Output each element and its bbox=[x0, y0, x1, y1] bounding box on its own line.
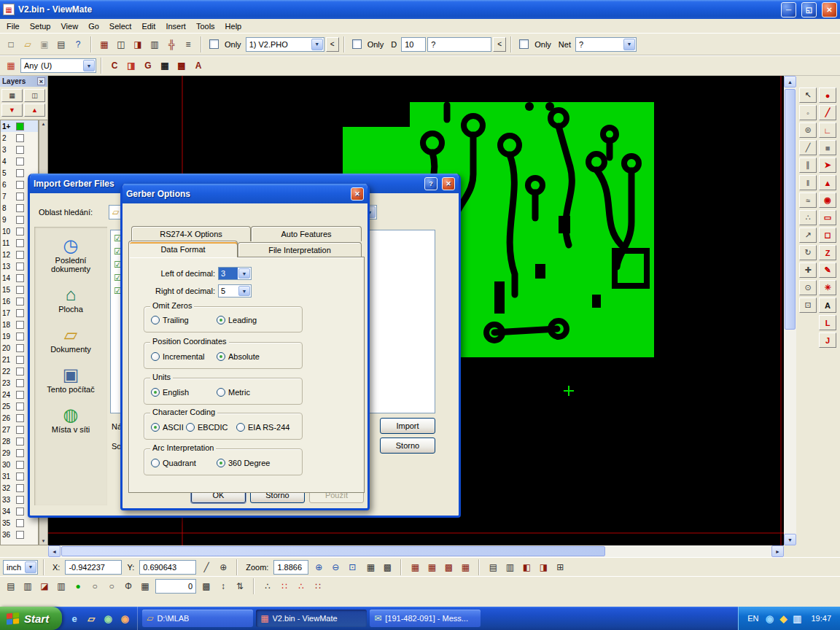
vertical-scrollbar[interactable]: ▲ ▼ bbox=[784, 76, 796, 545]
draw-pad-icon[interactable]: ● bbox=[819, 88, 836, 103]
menu-item[interactable]: File bbox=[1, 20, 25, 32]
pad-grid-4-icon[interactable]: ▦ bbox=[457, 559, 473, 575]
browser-icon[interactable]: ◉ bbox=[118, 612, 131, 625]
layer-color-swatch[interactable] bbox=[16, 239, 24, 247]
chevron-down-icon[interactable]: ▼ bbox=[238, 286, 250, 296]
pause-icon[interactable]: ‖ bbox=[799, 175, 817, 190]
horizontal-scroll-thumb[interactable] bbox=[61, 546, 605, 556]
layer-down-button[interactable]: ▼ bbox=[1, 104, 23, 117]
zoom-out-icon[interactable]: ⊖ bbox=[327, 559, 343, 575]
dots-icon[interactable]: ∴ bbox=[799, 210, 817, 225]
start-button[interactable]: Start bbox=[0, 607, 62, 630]
wave-icon[interactable]: ≈ bbox=[799, 192, 817, 208]
pick-help-icon[interactable]: ? bbox=[70, 36, 86, 52]
scroll-up-icon[interactable]: ▲ bbox=[42, 122, 46, 126]
layer-color-swatch[interactable] bbox=[16, 484, 24, 492]
place-recent-documents[interactable]: ◷ Poslední dokumenty bbox=[36, 237, 106, 273]
dcode-query-input[interactable]: ? bbox=[427, 37, 491, 52]
layer-row[interactable]: 35 bbox=[1, 517, 38, 529]
tab-auto-features[interactable]: Auto Features bbox=[251, 226, 362, 241]
menu-item[interactable]: Tools bbox=[191, 20, 220, 32]
flip-h-icon[interactable]: ◧ bbox=[518, 559, 534, 575]
draw-corner-icon[interactable]: ∟ bbox=[819, 122, 836, 138]
aperture-filter-select[interactable]: Any (U) ▼ bbox=[20, 58, 96, 73]
draw-arrow-icon[interactable]: ➤ bbox=[819, 158, 836, 173]
draw-dash-rect-icon[interactable]: ◻ bbox=[819, 228, 836, 243]
flip-v-icon[interactable]: ◨ bbox=[535, 559, 551, 575]
menu-item[interactable]: Help bbox=[220, 20, 247, 32]
layer-color-swatch[interactable] bbox=[16, 298, 24, 306]
menu-item[interactable]: Go bbox=[83, 20, 104, 32]
grid-black-icon[interactable]: ▦ bbox=[157, 58, 173, 74]
layer-color-swatch[interactable] bbox=[16, 426, 24, 434]
leading-radio[interactable]: Leading bbox=[217, 316, 257, 324]
layer-color-swatch[interactable] bbox=[16, 508, 24, 516]
layer-color-swatch[interactable] bbox=[16, 379, 24, 387]
sheet-a-icon[interactable]: ▤ bbox=[3, 578, 19, 594]
internet-explorer-icon[interactable]: e bbox=[68, 612, 81, 625]
layer-select[interactable]: 1) V2.PHO ▼ bbox=[246, 37, 324, 52]
place-my-computer[interactable]: ▣ Tento počítač bbox=[36, 366, 106, 394]
layer-color-swatch[interactable] bbox=[16, 309, 24, 317]
aperture-grid-icon[interactable]: ▦ bbox=[3, 58, 19, 74]
left-of-decimal-select[interactable]: 3 ▼ bbox=[218, 267, 252, 280]
show-desktop-icon[interactable]: ▱ bbox=[85, 612, 98, 625]
dots-black-icon[interactable]: ∴ bbox=[260, 578, 276, 594]
menu-item[interactable]: View bbox=[55, 20, 83, 32]
draw-star-icon[interactable]: ✳ bbox=[819, 280, 836, 295]
letter-l-tool-icon[interactable]: L bbox=[819, 315, 836, 330]
close-button[interactable]: ✕ bbox=[442, 177, 455, 190]
restore-button[interactable]: ◱ bbox=[801, 2, 817, 18]
tab-file-interpretation[interactable]: File Interpretation bbox=[238, 242, 362, 257]
unit-select[interactable]: inch ▼ bbox=[3, 560, 38, 575]
layer-dialog-button[interactable]: ◫ bbox=[24, 89, 45, 102]
layer-color-swatch[interactable] bbox=[16, 274, 24, 282]
zoom-in-icon[interactable]: ⊕ bbox=[311, 559, 327, 575]
layer-color-swatch[interactable] bbox=[16, 402, 24, 411]
grid-red-icon[interactable]: ▩ bbox=[174, 58, 190, 74]
film-box-icon[interactable]: ◨ bbox=[130, 36, 146, 52]
table-grid-icon[interactable]: ▦ bbox=[137, 578, 153, 594]
pad-grid-2-icon[interactable]: ▦ bbox=[424, 559, 440, 575]
draw-pencil-icon[interactable]: ✎ bbox=[819, 262, 836, 278]
vertical-scroll-thumb[interactable] bbox=[785, 89, 796, 330]
chevron-down-icon[interactable]: ▼ bbox=[238, 268, 250, 279]
film-table-icon[interactable]: ▦ bbox=[96, 36, 112, 52]
layer-row[interactable]: 36 bbox=[1, 529, 38, 540]
layer-color-swatch[interactable] bbox=[16, 262, 24, 271]
ascii-radio[interactable]: ASCII bbox=[151, 423, 184, 432]
language-indicator[interactable]: EN bbox=[747, 614, 758, 623]
english-radio[interactable]: English bbox=[151, 388, 189, 397]
layer-color-swatch[interactable] bbox=[16, 251, 24, 259]
menu-item[interactable]: Setup bbox=[25, 20, 56, 32]
eia-rs244-radio[interactable]: EIA RS-244 bbox=[236, 423, 289, 432]
probe-icon[interactable]: ⊙ bbox=[799, 280, 817, 295]
menu-item[interactable]: Select bbox=[104, 20, 137, 32]
pad-grid-3-icon[interactable]: ▩ bbox=[440, 559, 456, 575]
layer-table-button[interactable]: ▦ bbox=[1, 89, 23, 102]
table-a-icon[interactable]: ▤ bbox=[485, 559, 501, 575]
layer-color-swatch[interactable] bbox=[16, 146, 24, 154]
messenger-tray-icon[interactable]: ◉ bbox=[763, 612, 776, 625]
filled-square-icon[interactable]: ■ bbox=[819, 140, 836, 155]
dots-mixed-icon[interactable]: ∴ bbox=[293, 578, 309, 594]
layer-color-swatch[interactable] bbox=[16, 286, 24, 294]
rotate-icon[interactable]: ↻ bbox=[799, 245, 817, 260]
horizontal-scrollbar[interactable]: ◄ ► bbox=[48, 545, 784, 557]
layer-color-swatch[interactable] bbox=[16, 391, 24, 399]
measure-diagonal-icon[interactable]: ╱ bbox=[198, 559, 214, 575]
chevron-down-icon[interactable]: ▼ bbox=[25, 561, 36, 573]
goto-g-icon[interactable]: G bbox=[140, 58, 156, 74]
draw-rect-icon[interactable]: ▭ bbox=[819, 210, 836, 225]
layer-color-swatch[interactable] bbox=[16, 531, 24, 539]
task-button-messenger[interactable]: ✉ [191-482-091] - Mess... bbox=[370, 610, 481, 627]
update-tray-icon[interactable]: ◆ bbox=[777, 612, 790, 625]
layer-color-swatch[interactable] bbox=[16, 181, 24, 189]
dot-grid-icon[interactable]: ▩ bbox=[198, 578, 214, 594]
metric-radio[interactable]: Metric bbox=[217, 388, 250, 397]
net-select[interactable]: ? ▼ bbox=[575, 37, 637, 52]
menu-item[interactable]: Insert bbox=[160, 20, 191, 32]
layer-color-swatch[interactable] bbox=[16, 344, 24, 352]
layer-row[interactable]: 3 bbox=[1, 144, 38, 155]
text-tool-icon[interactable]: A bbox=[819, 298, 836, 313]
